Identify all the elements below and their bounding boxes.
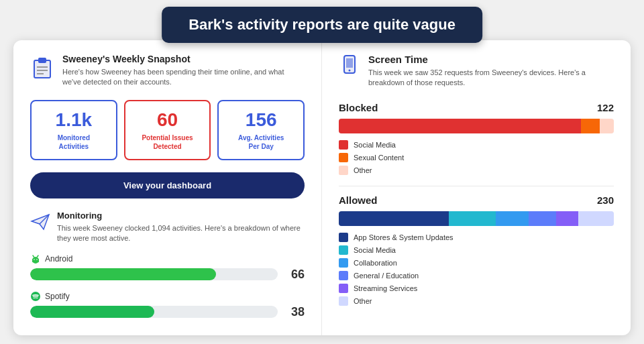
allowed-streaming-segment bbox=[556, 211, 578, 226]
stat-monitored-number: 1.1k bbox=[38, 109, 109, 131]
monitoring-description: This week Sweeney clocked 1,094 activiti… bbox=[57, 223, 305, 244]
activity-spotify: Spotify 38 bbox=[30, 291, 305, 319]
allowed-bar bbox=[339, 211, 614, 226]
blocked-label: Blocked bbox=[339, 102, 378, 113]
monitoring-text-area: Monitoring This week Sweeney clocked 1,0… bbox=[57, 211, 305, 244]
android-bar-fill bbox=[30, 268, 216, 280]
legend-dot-streaming bbox=[339, 284, 348, 293]
legend-dot-other-blocked bbox=[339, 166, 348, 175]
monitoring-title: Monitoring bbox=[57, 211, 305, 221]
spotify-bar-track bbox=[30, 306, 278, 318]
allowed-header: Allowed 230 bbox=[339, 194, 614, 206]
legend-streaming: Streaming Services bbox=[339, 284, 614, 293]
legend-dot-social-allowed bbox=[339, 245, 348, 255]
allowed-count: 230 bbox=[597, 194, 614, 206]
blocked-sexual-segment bbox=[581, 119, 600, 133]
allowed-legend: App Stores & System Updates Social Media… bbox=[339, 233, 614, 306]
android-icon bbox=[30, 253, 41, 264]
blocked-header: Blocked 122 bbox=[339, 102, 614, 113]
legend-social-media-allowed: Social Media bbox=[339, 245, 614, 255]
legend-other-allowed: Other bbox=[339, 296, 614, 306]
allowed-app-stores-segment bbox=[339, 211, 449, 226]
activity-android: Android 66 bbox=[30, 253, 305, 282]
monitoring-icon bbox=[30, 212, 50, 232]
monitoring-section: Monitoring This week Sweeney clocked 1,0… bbox=[30, 211, 305, 244]
stat-monitored: 1.1k MonitoredActivities bbox=[30, 100, 117, 160]
svg-rect-1 bbox=[38, 58, 46, 63]
stat-avg-number: 156 bbox=[225, 109, 297, 131]
snapshot-subtitle: Here's how Sweeney has been spending the… bbox=[62, 67, 305, 88]
allowed-other-segment bbox=[578, 211, 614, 226]
screen-time-title: Screen Time bbox=[368, 54, 614, 65]
activity-spotify-label: Spotify bbox=[30, 291, 305, 302]
blocked-bar bbox=[339, 119, 614, 133]
spotify-bar-value: 38 bbox=[284, 305, 305, 319]
screen-time-text: Screen Time This week we saw 352 request… bbox=[368, 54, 614, 89]
stat-avg-label: Avg. ActivitiesPer Day bbox=[225, 133, 297, 151]
legend-app-stores: App Stores & System Updates bbox=[339, 233, 614, 242]
clipboard-icon bbox=[30, 55, 54, 79]
main-content: Sweeney's Weekly Snapshot Here's how Swe… bbox=[13, 40, 631, 335]
legend-collaboration: Collaboration bbox=[339, 258, 614, 268]
blocked-section: Blocked 122 Social Media Sexual Content bbox=[339, 102, 614, 175]
stat-issues-number: 60 bbox=[132, 109, 203, 131]
svg-point-11 bbox=[34, 259, 35, 260]
svg-line-9 bbox=[33, 255, 34, 257]
snapshot-header: Sweeney's Weekly Snapshot Here's how Swe… bbox=[30, 54, 305, 88]
allowed-social-segment bbox=[449, 211, 496, 226]
legend-dot-other-allowed bbox=[339, 296, 348, 306]
android-bar-value: 66 bbox=[284, 268, 305, 282]
blocked-legend: Social Media Sexual Content Other bbox=[339, 140, 614, 175]
legend-social-media-blocked: Social Media bbox=[339, 140, 614, 150]
android-bar-track bbox=[30, 268, 278, 280]
dashboard-button[interactable]: View your dashboard bbox=[30, 172, 305, 198]
title-banner: Bark's activity reports are quite vague bbox=[162, 7, 482, 43]
section-divider bbox=[339, 186, 614, 186]
blocked-social-segment bbox=[339, 119, 581, 133]
allowed-label: Allowed bbox=[339, 194, 378, 206]
stats-row: 1.1k MonitoredActivities 60 Potential Is… bbox=[30, 100, 305, 160]
svg-rect-8 bbox=[32, 259, 39, 262]
svg-rect-15 bbox=[346, 58, 353, 68]
allowed-collab-segment bbox=[496, 211, 529, 226]
legend-dot-app-stores bbox=[339, 233, 348, 242]
legend-dot-collab bbox=[339, 258, 348, 268]
stat-issues: 60 Potential IssuesDetected bbox=[124, 100, 211, 160]
snapshot-title: Sweeney's Weekly Snapshot bbox=[62, 54, 305, 64]
legend-dot-social-blocked bbox=[339, 140, 348, 150]
android-bar-container: 66 bbox=[30, 268, 305, 282]
right-panel: Screen Time This week we saw 352 request… bbox=[322, 40, 631, 335]
svg-point-16 bbox=[349, 70, 351, 72]
left-panel: Sweeney's Weekly Snapshot Here's how Swe… bbox=[13, 40, 322, 335]
screen-time-subtitle: This week we saw 352 requests from Sween… bbox=[368, 68, 614, 89]
svg-point-12 bbox=[36, 259, 38, 260]
legend-other-blocked: Other bbox=[339, 166, 614, 175]
spotify-icon bbox=[30, 291, 41, 302]
legend-dot-education bbox=[339, 271, 348, 280]
allowed-education-segment bbox=[529, 211, 556, 226]
legend-general-education: General / Education bbox=[339, 271, 614, 280]
spotify-bar-container: 38 bbox=[30, 305, 305, 319]
stat-monitored-label: MonitoredActivities bbox=[38, 133, 109, 151]
blocked-count: 122 bbox=[597, 102, 614, 113]
blocked-other-segment bbox=[600, 119, 614, 133]
legend-sexual-content: Sexual Content bbox=[339, 153, 614, 162]
screen-time-header: Screen Time This week we saw 352 request… bbox=[339, 54, 614, 89]
allowed-section: Allowed 230 App Stores & System Updates … bbox=[339, 194, 614, 306]
spotify-bar-fill bbox=[30, 306, 154, 318]
stat-avg: 156 Avg. ActivitiesPer Day bbox=[217, 100, 305, 160]
legend-dot-sexual bbox=[339, 153, 348, 162]
phone-icon bbox=[339, 54, 360, 75]
snapshot-text: Sweeney's Weekly Snapshot Here's how Swe… bbox=[62, 54, 305, 88]
svg-line-10 bbox=[38, 255, 39, 257]
stat-issues-label: Potential IssuesDetected bbox=[132, 133, 203, 151]
activity-android-label: Android bbox=[30, 253, 305, 264]
